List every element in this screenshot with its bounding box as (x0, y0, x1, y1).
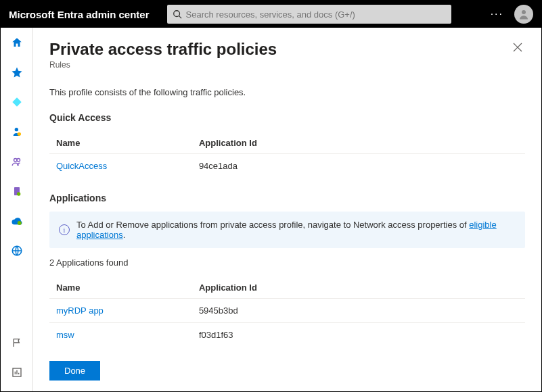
left-nav (1, 28, 33, 391)
page-description: This profile consists of the following t… (49, 87, 525, 97)
nav-network[interactable] (10, 244, 24, 258)
main-content: Private access traffic policies Rules Th… (33, 28, 541, 391)
table-row: QuickAccess 94ce1ada (49, 154, 525, 178)
quick-access-table: Name Application Id QuickAccess 94ce1ada (49, 132, 525, 178)
svg-point-2 (522, 10, 526, 14)
search-input[interactable] (186, 9, 446, 20)
nav-report[interactable] (10, 366, 24, 379)
info-text: To Add or Remove applications from priva… (76, 220, 516, 240)
globe-icon (11, 245, 23, 257)
svg-point-0 (173, 11, 179, 17)
nav-home[interactable] (10, 36, 24, 49)
nav-flag[interactable] (10, 336, 24, 349)
person-icon (518, 8, 530, 20)
user-avatar[interactable] (514, 5, 533, 24)
column-header-name: Name (49, 132, 192, 154)
applications-heading: Applications (49, 193, 525, 203)
page-title: Private access traffic policies (49, 40, 277, 59)
done-button[interactable]: Done (49, 361, 100, 381)
applications-table: Name Application Id myRDP app 5945b3bd m… (49, 277, 525, 347)
flag-icon (12, 337, 22, 348)
applications-count: 2 Applications found (49, 258, 525, 268)
column-header-appid: Application Id (192, 132, 525, 154)
info-icon: i (59, 224, 70, 235)
cloud-icon (11, 216, 23, 226)
nav-users[interactable] (10, 125, 24, 139)
svg-point-3 (14, 128, 18, 131)
diamond-icon (12, 97, 22, 107)
search-icon (173, 9, 182, 19)
page-subtitle: Rules (49, 60, 277, 70)
quick-access-heading: Quick Access (49, 112, 525, 123)
group-icon (11, 155, 23, 168)
nav-identity[interactable] (10, 95, 24, 109)
svg-point-8 (17, 192, 20, 195)
close-icon (513, 43, 522, 52)
quick-access-appid: 94ce1ada (192, 154, 525, 178)
application-name-link[interactable]: myRDP app (49, 299, 192, 323)
svg-line-1 (179, 16, 181, 19)
table-row: myRDP app 5945b3bd (49, 299, 525, 323)
column-header-name: Name (49, 277, 192, 299)
svg-point-9 (17, 221, 21, 225)
more-button[interactable]: ··· (484, 8, 510, 20)
device-icon (12, 186, 22, 197)
table-row: msw f03d1f63 (49, 323, 525, 347)
home-icon (11, 36, 23, 49)
chart-icon (12, 367, 22, 378)
column-header-appid: Application Id (192, 277, 525, 299)
nav-devices[interactable] (10, 185, 24, 198)
close-button[interactable] (510, 40, 525, 57)
person-badge-icon (12, 126, 22, 138)
application-name-link[interactable]: msw (49, 323, 192, 347)
search-box[interactable] (167, 5, 451, 24)
star-icon (11, 66, 23, 78)
svg-point-6 (17, 159, 20, 162)
svg-point-4 (17, 132, 20, 136)
brand-label: Microsoft Entra admin center (9, 9, 150, 20)
application-appid: f03d1f63 (192, 323, 525, 347)
application-appid: 5945b3bd (192, 299, 525, 323)
info-banner: i To Add or Remove applications from pri… (49, 212, 525, 248)
top-header: Microsoft Entra admin center ··· (1, 1, 541, 28)
nav-favorites[interactable] (10, 66, 24, 79)
quick-access-name-link[interactable]: QuickAccess (49, 154, 192, 178)
nav-security[interactable] (10, 214, 24, 228)
nav-groups[interactable] (10, 155, 24, 168)
